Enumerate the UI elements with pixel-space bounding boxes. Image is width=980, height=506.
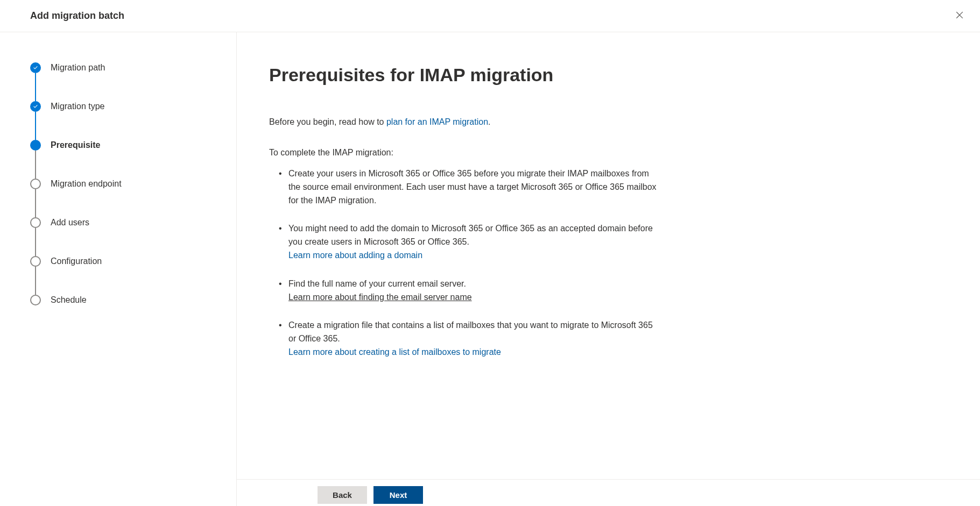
step-indicator-pending bbox=[30, 179, 41, 189]
bullet-text: Create your users in Microsoft 365 or Of… bbox=[288, 169, 657, 205]
bullet-text: Find the full name of your current email… bbox=[288, 279, 466, 288]
bullet-link[interactable]: Learn more about finding the email serve… bbox=[288, 293, 472, 302]
step-item[interactable]: Schedule bbox=[30, 295, 215, 305]
step-label: Schedule bbox=[51, 295, 87, 305]
steps-list: Migration pathMigration typePrerequisite… bbox=[30, 62, 215, 305]
step-indicator-pending bbox=[30, 217, 41, 228]
next-button[interactable]: Next bbox=[373, 486, 423, 504]
step-connector bbox=[35, 151, 36, 179]
step-label: Migration path bbox=[51, 63, 105, 73]
dialog-header: Add migration batch bbox=[0, 0, 980, 32]
subtitle: To complete the IMAP migration: bbox=[269, 148, 657, 158]
bullet-item: Find the full name of your current email… bbox=[288, 277, 657, 304]
steps-sidebar: Migration pathMigration typePrerequisite… bbox=[0, 32, 237, 506]
step-connector bbox=[35, 73, 36, 101]
step-indicator-pending bbox=[30, 295, 41, 305]
step-indicator-current bbox=[30, 140, 41, 151]
step-item[interactable]: Add users bbox=[30, 217, 215, 256]
bullet-item: Create your users in Microsoft 365 or Of… bbox=[288, 167, 657, 207]
step-item[interactable]: Migration path bbox=[30, 62, 215, 101]
bullet-link[interactable]: Learn more about adding a domain bbox=[288, 251, 422, 260]
step-connector bbox=[35, 267, 36, 295]
step-item[interactable]: Prerequisite bbox=[30, 140, 215, 179]
step-connector bbox=[35, 112, 36, 140]
bullet-text: You might need to add the domain to Micr… bbox=[288, 224, 653, 246]
intro-suffix: . bbox=[488, 117, 490, 126]
step-item[interactable]: Migration endpoint bbox=[30, 179, 215, 217]
intro-link[interactable]: plan for an IMAP migration bbox=[386, 117, 488, 126]
bullet-item: Create a migration file that contains a … bbox=[288, 319, 657, 359]
content-title: Prerequisites for IMAP migration bbox=[269, 65, 657, 85]
dialog-footer: Back Next bbox=[237, 479, 980, 506]
checkmark-icon bbox=[32, 65, 39, 71]
intro-text: Before you begin, read how to plan for a… bbox=[269, 116, 657, 129]
step-item[interactable]: Migration type bbox=[30, 101, 215, 140]
close-button[interactable] bbox=[952, 8, 967, 24]
content-area: Prerequisites for IMAP migration Before … bbox=[237, 32, 721, 479]
dialog-title: Add migration batch bbox=[30, 10, 124, 22]
bullet-link[interactable]: Learn more about creating a list of mail… bbox=[288, 347, 501, 357]
step-label: Configuration bbox=[51, 256, 102, 266]
step-connector bbox=[35, 228, 36, 256]
step-label: Migration endpoint bbox=[51, 179, 122, 189]
intro-prefix: Before you begin, read how to bbox=[269, 117, 386, 126]
step-label: Prerequisite bbox=[51, 140, 100, 150]
step-indicator-completed bbox=[30, 101, 41, 112]
bullet-text: Create a migration file that contains a … bbox=[288, 320, 653, 343]
back-button[interactable]: Back bbox=[318, 486, 367, 504]
bullet-list: Create your users in Microsoft 365 or Of… bbox=[269, 167, 657, 359]
step-indicator-pending bbox=[30, 256, 41, 267]
step-connector bbox=[35, 189, 36, 217]
content-wrapper: Prerequisites for IMAP migration Before … bbox=[237, 32, 980, 506]
step-item[interactable]: Configuration bbox=[30, 256, 215, 295]
step-label: Add users bbox=[51, 218, 89, 227]
step-label: Migration type bbox=[51, 102, 105, 111]
bullet-item: You might need to add the domain to Micr… bbox=[288, 222, 657, 262]
step-indicator-completed bbox=[30, 62, 41, 73]
dialog-body: Migration pathMigration typePrerequisite… bbox=[0, 32, 980, 506]
close-icon bbox=[954, 10, 965, 20]
checkmark-icon bbox=[32, 103, 39, 110]
